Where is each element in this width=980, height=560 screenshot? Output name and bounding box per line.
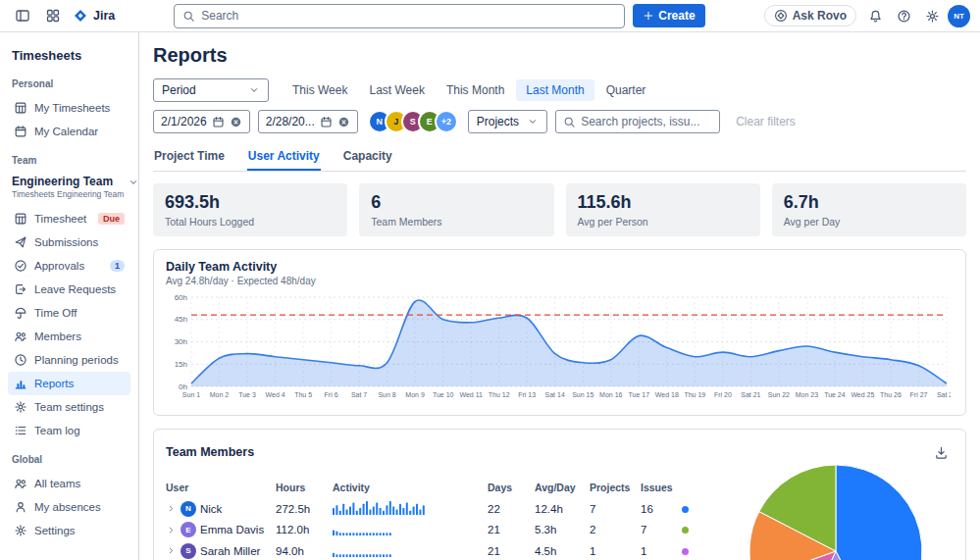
sidebar-item-settings[interactable]: Settings xyxy=(8,519,130,542)
column-header: Hours xyxy=(276,482,333,493)
user-avatar[interactable]: NT xyxy=(948,5,970,27)
download-button[interactable] xyxy=(928,439,954,465)
clear-date-icon[interactable] xyxy=(230,116,242,128)
approvals-icon xyxy=(14,259,27,273)
members-title: Team Members xyxy=(166,445,254,459)
app-grid-icon xyxy=(45,8,61,24)
search-icon xyxy=(563,116,576,128)
sidebar-item-reports[interactable]: Reports xyxy=(8,372,130,395)
sidebar-item-my-calendar[interactable]: My Calendar xyxy=(8,120,130,143)
column-header: Projects xyxy=(590,482,641,493)
sidebar-item-members[interactable]: Members xyxy=(8,325,130,348)
activity-sparkline xyxy=(333,543,393,557)
svg-text:45h: 45h xyxy=(175,315,187,324)
tab-capacity[interactable]: Capacity xyxy=(342,145,393,171)
svg-text:Thu 5: Thu 5 xyxy=(294,391,312,398)
clear-date-icon[interactable] xyxy=(337,116,350,128)
gear-icon xyxy=(14,400,27,414)
chevron-right-icon[interactable] xyxy=(166,525,177,535)
sidebar-team-header[interactable]: Engineering Team Timesheets Engineering … xyxy=(8,173,130,207)
sidebar-item-team-settings[interactable]: Team settings xyxy=(8,395,130,419)
sidebar-item-timesheet[interactable]: Timesheet Due xyxy=(8,207,130,230)
chevron-right-icon[interactable] xyxy=(166,545,177,556)
user-filter-avatars[interactable]: NJSE+2 xyxy=(368,110,458,133)
timesheet-icon xyxy=(14,212,27,226)
team-subtitle: Timesheets Engineering Team xyxy=(12,189,124,199)
sidebar-nav: Personal My Timesheets My Calendar Team … xyxy=(8,78,130,542)
stat-card-total-hours-logged: 693.5h Total Hours Logged xyxy=(153,183,347,236)
svg-text:Wed 11: Wed 11 xyxy=(459,391,483,398)
members-icon xyxy=(14,330,27,343)
member-hours: 112.0h xyxy=(276,524,333,535)
global-search-input[interactable] xyxy=(201,9,616,23)
app-name: Jira xyxy=(93,9,115,23)
sidebar-item-team-log[interactable]: Team log xyxy=(8,419,130,442)
settings-button[interactable] xyxy=(919,3,945,28)
chart-subtitle: Avg 24.8h/day · Expected 48h/day xyxy=(166,276,954,286)
chevron-right-icon[interactable] xyxy=(166,503,177,514)
notifications-button[interactable] xyxy=(862,3,888,28)
svg-text:Fri 20: Fri 20 xyxy=(714,391,732,398)
table-row[interactable]: E Emma Davis 112.0h 21 5.3h 2 7 xyxy=(166,520,715,541)
svg-text:Tue 10: Tue 10 xyxy=(433,391,454,398)
sidebar-item-my-timesheets[interactable]: My Timesheets xyxy=(8,96,130,120)
range-chip-this-week[interactable]: This Week xyxy=(283,79,357,101)
date-to-field[interactable]: 2/28/20... xyxy=(258,110,358,133)
member-name: Nick xyxy=(200,503,222,515)
svg-text:Sat 21: Sat 21 xyxy=(741,391,760,398)
range-chip-quarter[interactable]: Quarter xyxy=(596,79,656,101)
reports-icon xyxy=(14,377,27,390)
sidebar-item-planning-periods[interactable]: Planning periods xyxy=(8,348,130,372)
clear-filters-button[interactable]: Clear filters xyxy=(736,115,796,128)
chart-title: Daily Team Activity xyxy=(166,260,954,274)
sidebar-item-time-off[interactable]: Time Off xyxy=(8,301,130,325)
projects-select[interactable]: Projects xyxy=(468,110,547,133)
filters-row-2: 2/1/2026 2/28/20... NJSE+2 Projects xyxy=(153,110,966,133)
tab-user-activity[interactable]: User Activity xyxy=(247,145,321,171)
stat-card-avg-per-person: 115.6h Avg per Person xyxy=(566,183,760,236)
avatar-overflow: +2 xyxy=(435,110,458,133)
sidebar-toggle-button[interactable] xyxy=(10,3,35,28)
jira-logo[interactable]: Jira xyxy=(73,8,115,24)
nav-right: Ask Rovo NT xyxy=(764,3,970,28)
table-row[interactable]: N Nick 272.5h 22 12.4h 7 16 xyxy=(166,498,715,520)
sidebar-item-my-absences[interactable]: My absences xyxy=(8,495,130,519)
period-select[interactable]: Period xyxy=(153,78,269,102)
shell: Timesheets Personal My Timesheets My Cal… xyxy=(0,32,980,560)
column-header: User xyxy=(166,482,276,493)
svg-text:Thu 26: Thu 26 xyxy=(880,391,902,398)
range-chip-last-month[interactable]: Last Month xyxy=(516,79,593,101)
range-chip-this-month[interactable]: This Month xyxy=(437,79,514,101)
stat-label: Avg per Day xyxy=(784,216,954,228)
sidebar: Timesheets Personal My Timesheets My Cal… xyxy=(0,32,139,560)
gear-icon xyxy=(14,524,27,537)
app-switcher-button[interactable] xyxy=(40,3,66,28)
top-nav: Jira Create Ask Rovo NT xyxy=(0,0,980,32)
avatar: S xyxy=(181,543,196,559)
sidebar-item-leave-requests[interactable]: Leave Requests xyxy=(8,278,130,301)
svg-text:15h: 15h xyxy=(175,360,187,369)
global-search[interactable] xyxy=(174,4,625,28)
ask-rovo-button[interactable]: Ask Rovo xyxy=(764,5,856,26)
sidebar-item-submissions[interactable]: Submissions xyxy=(8,230,130,254)
table-row[interactable]: S Sarah Miller 94.0h 21 4.5h 1 1 xyxy=(166,540,715,560)
tab-project-time[interactable]: Project Time xyxy=(153,145,226,171)
chevron-down-icon xyxy=(248,84,260,96)
calendar-icon xyxy=(320,116,333,128)
issue-search-input[interactable] xyxy=(581,115,712,128)
leave-icon xyxy=(14,282,27,296)
date-range-chips: This WeekLast WeekThis MonthLast MonthQu… xyxy=(283,79,655,101)
member-issues: 7 xyxy=(641,524,682,535)
member-days: 22 xyxy=(488,503,535,515)
help-icon xyxy=(897,9,911,24)
create-button[interactable]: Create xyxy=(633,4,704,27)
range-chip-last-week[interactable]: Last Week xyxy=(359,79,434,101)
date-from-field[interactable]: 2/1/2026 xyxy=(153,110,250,133)
issue-search-field[interactable] xyxy=(555,110,720,133)
sidebar-item-all-teams[interactable]: All teams xyxy=(8,472,130,495)
sidebar-toggle-icon xyxy=(15,8,30,24)
stat-value: 6.7h xyxy=(784,192,954,213)
svg-text:Wed 25: Wed 25 xyxy=(851,391,874,398)
help-button[interactable] xyxy=(891,3,916,28)
sidebar-item-approvals[interactable]: Approvals 1 xyxy=(8,254,130,278)
